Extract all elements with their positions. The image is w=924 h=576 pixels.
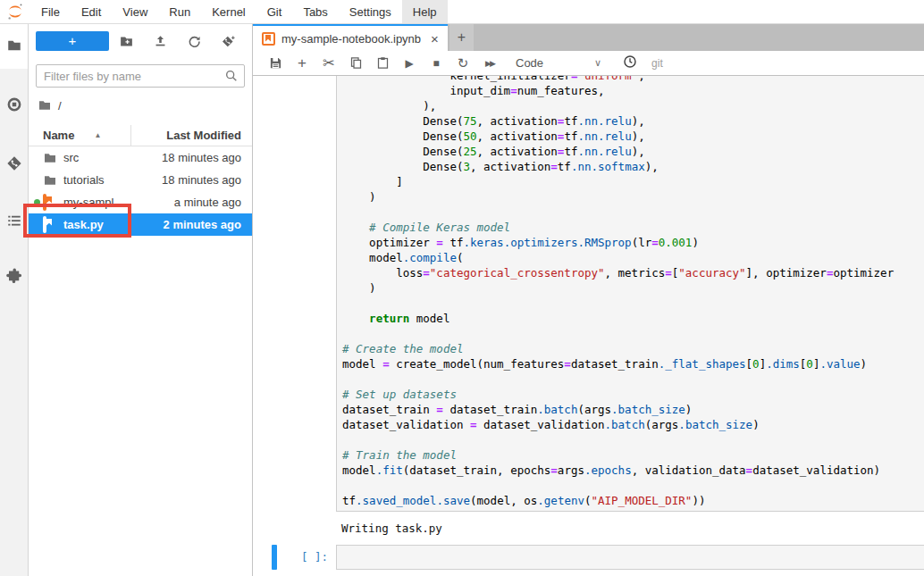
restart-kernel-icon[interactable]: ↻ [449, 53, 476, 74]
code-token: . [598, 129, 605, 143]
run-cell-icon[interactable]: ▶ [396, 53, 423, 74]
left-sidebar [0, 24, 29, 576]
code-line: Dense(75, activation=tf.nn.relu), [342, 113, 924, 129]
code-token: = [423, 266, 430, 280]
upload-icon[interactable] [143, 30, 177, 52]
folder-icon [43, 151, 57, 165]
copy-cells-icon[interactable] [342, 53, 369, 74]
code-token: model [342, 463, 376, 477]
code-token: value [827, 357, 861, 371]
new-folder-icon[interactable] [109, 30, 143, 52]
code-token: 0 [806, 357, 813, 371]
code-token: )) [692, 494, 705, 507]
menu-item-edit[interactable]: Edit [71, 0, 112, 23]
code-token: . [577, 114, 584, 128]
interrupt-kernel-icon[interactable]: ■ [423, 53, 449, 74]
file-browser-icon[interactable] [0, 28, 29, 63]
code-line: ) [342, 280, 924, 296]
code-token: num_features, [517, 84, 605, 97]
menu-item-help[interactable]: Help [402, 0, 448, 23]
code-token: batch [544, 403, 578, 416]
code-token: batch_size [618, 403, 685, 416]
save-icon[interactable] [262, 53, 289, 74]
file-row-tutorials[interactable]: tutorials 18 minutes ago [29, 169, 252, 191]
menu-item-run[interactable]: Run [158, 0, 201, 23]
insert-cell-icon[interactable]: + [289, 53, 315, 74]
code-token: "accuracy" [678, 266, 745, 280]
code-token: ), [632, 145, 645, 158]
restart-run-all-icon[interactable]: ▶▶ [476, 53, 503, 74]
tab-my-sample-notebook[interactable]: my-sample-notebook.ipynb × [253, 24, 448, 51]
cut-cells-icon[interactable]: ✂ [315, 53, 342, 74]
menu-item-tabs[interactable]: Tabs [292, 0, 338, 23]
table-of-contents-icon[interactable] [0, 203, 29, 238]
git-icon[interactable] [0, 146, 29, 181]
empty-cell-editor[interactable] [336, 545, 924, 570]
cell-type-dropdown[interactable]: Code ∨ [516, 56, 601, 70]
extension-manager-icon[interactable] [0, 258, 29, 294]
code-token: . [537, 494, 544, 507]
menu-item-git[interactable]: Git [256, 0, 293, 23]
git-toolbar-label[interactable]: git [651, 57, 663, 70]
code-token: = [564, 357, 571, 371]
code-line [342, 205, 924, 220]
code-token: tf [564, 114, 577, 128]
code-token: . [592, 160, 599, 173]
code-token: fit [382, 463, 403, 477]
code-token: ) [342, 281, 376, 295]
refresh-icon[interactable] [177, 30, 211, 52]
code-token: , validation_data [632, 463, 746, 477]
code-token: ), [342, 99, 436, 113]
code-token: ) [342, 190, 376, 204]
notebook-icon [262, 32, 275, 46]
running-sessions-icon[interactable] [0, 87, 29, 122]
folder-icon [43, 173, 57, 188]
code-token: keras [470, 236, 504, 249]
code-token: (lr [632, 236, 652, 249]
code-token: . [611, 403, 618, 416]
code-token: ), [645, 160, 659, 173]
git-clone-icon[interactable] [211, 30, 245, 52]
close-tab-icon[interactable]: × [431, 32, 439, 46]
code-editor[interactable]: kernel_initializer='uniform', input_dim=… [336, 76, 924, 512]
code-token: nn [577, 160, 591, 173]
code-token: = [470, 418, 477, 431]
file-row-my-sample-notebook[interactable]: my-sampl a minute ago [29, 191, 252, 213]
code-token: softmax [598, 160, 645, 173]
code-token: optimizer [342, 236, 436, 249]
code-line: model.fit(dataset_train, epochs=args.epo… [342, 463, 924, 478]
code-token: model [342, 251, 403, 264]
code-line: loss="categorical_crossentropy", metrics… [342, 265, 924, 280]
new-tab-button[interactable]: + [449, 24, 474, 51]
breadcrumb-root[interactable]: / [58, 99, 62, 113]
code-token: tf [443, 236, 464, 249]
code-token: (dataset_train, epochs [403, 463, 551, 477]
code-token: relu [605, 129, 632, 143]
code-token: relu [605, 145, 632, 158]
code-token: optimizer [833, 266, 894, 280]
code-token: dataset_validation [477, 418, 605, 431]
breadcrumb[interactable]: / [29, 88, 252, 120]
code-token: . [537, 403, 544, 416]
menu-item-view[interactable]: View [112, 0, 158, 23]
cell-timing-icon[interactable] [623, 54, 637, 72]
menu-item-file[interactable]: File [30, 0, 71, 23]
new-launcher-button[interactable]: + [36, 31, 109, 51]
code-token: # Set up datasets [342, 388, 457, 401]
jupyter-logo-icon [0, 3, 30, 21]
menu-item-kernel[interactable]: Kernel [201, 0, 256, 23]
code-token: , activation [477, 129, 558, 143]
code-token: ), [632, 129, 645, 143]
file-row-task-py[interactable]: task.py 2 minutes ago [29, 213, 252, 236]
column-header-modified[interactable]: Last Modified [131, 129, 252, 142]
column-header-name[interactable]: Name ▲ [29, 125, 131, 146]
menu-item-settings[interactable]: Settings [339, 0, 402, 23]
notebook-icon [43, 196, 57, 210]
paste-cells-icon[interactable] [369, 53, 396, 74]
filter-files-input[interactable] [36, 64, 245, 88]
file-row-src[interactable]: src 18 minutes ago [29, 146, 252, 169]
code-cell: kernel_initializer='uniform', input_dim=… [253, 76, 924, 512]
code-token: tf [564, 129, 577, 143]
main-area: my-sample-notebook.ipynb × + + ✂ ▶ ■ ↻ ▶… [253, 24, 924, 576]
code-token: = [436, 236, 443, 249]
